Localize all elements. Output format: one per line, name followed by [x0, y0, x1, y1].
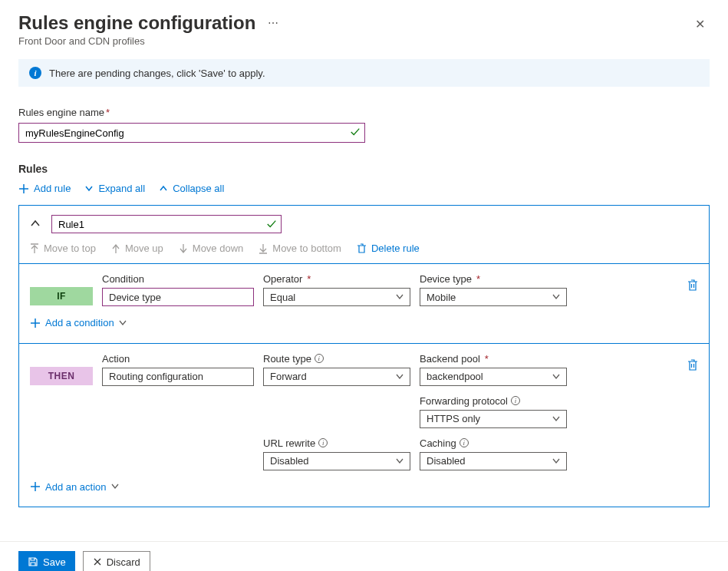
operator-select[interactable]: Equal: [263, 288, 410, 306]
forwarding-protocol-label: Forwarding protocol i: [420, 395, 567, 407]
chevron-down-icon: [84, 184, 94, 193]
arrow-bottom-icon: [259, 243, 268, 254]
more-icon[interactable]: ⋯: [268, 17, 278, 29]
if-block: IF Condition Device type Operator* Equal…: [19, 263, 709, 343]
info-tooltip-icon[interactable]: i: [315, 354, 324, 363]
action-field[interactable]: Routing configuration: [102, 368, 254, 386]
plus-icon: [18, 183, 29, 194]
move-up-button: Move up: [111, 243, 163, 254]
add-rule-button[interactable]: Add rule: [18, 183, 71, 194]
move-down-button: Move down: [179, 243, 243, 254]
device-type-label: Device type*: [420, 273, 567, 285]
discard-button[interactable]: Discard: [83, 551, 150, 571]
operator-label: Operator*: [263, 273, 410, 285]
discard-icon: [93, 557, 102, 566]
chevron-down-icon: [552, 293, 560, 301]
condition-label: Condition: [102, 273, 254, 285]
info-bar: i There are pending changes, click 'Save…: [18, 59, 710, 87]
valid-check-icon: [266, 219, 277, 232]
info-text: There are pending changes, click 'Save' …: [49, 68, 265, 79]
expand-all-button[interactable]: Expand all: [84, 183, 145, 194]
close-button[interactable]: ✕: [690, 12, 710, 36]
add-condition-button[interactable]: Add a condition: [30, 317, 127, 328]
page-subtitle: Front Door and CDN profiles: [18, 35, 278, 47]
caching-select[interactable]: Disabled: [420, 452, 567, 470]
rule-name-input[interactable]: [51, 215, 282, 233]
info-icon: i: [29, 67, 41, 79]
rules-engine-name-input[interactable]: [18, 123, 365, 143]
chevron-down-icon: [396, 373, 404, 381]
info-tooltip-icon[interactable]: i: [460, 438, 469, 447]
info-tooltip-icon[interactable]: i: [318, 438, 328, 447]
route-type-select[interactable]: Forward: [263, 368, 410, 386]
delete-action-button[interactable]: [687, 359, 698, 374]
move-to-bottom-button: Move to bottom: [259, 243, 341, 254]
arrow-down-icon: [179, 243, 188, 254]
forwarding-protocol-select[interactable]: HTTPS only: [420, 410, 567, 428]
delete-condition-button[interactable]: [687, 279, 698, 294]
trash-icon: [687, 359, 698, 371]
valid-check-icon: [350, 127, 361, 140]
then-block: THEN Action Routing configuration Route …: [19, 343, 709, 507]
caching-label: Caching i: [420, 437, 567, 449]
action-label: Action: [102, 353, 254, 365]
name-label: Rules engine name*: [18, 107, 710, 118]
chevron-down-icon: [552, 457, 560, 465]
plus-icon: [30, 318, 41, 328]
chevron-down-icon: [552, 415, 560, 423]
chevron-up-icon: [30, 218, 41, 229]
chevron-up-icon: [159, 184, 168, 193]
rules-heading: Rules: [18, 163, 710, 175]
move-to-top-button: Move to top: [30, 243, 96, 254]
plus-icon: [30, 481, 41, 492]
save-icon: [28, 556, 38, 567]
chevron-down-icon: [396, 293, 404, 301]
add-action-button[interactable]: Add an action: [30, 481, 119, 493]
url-rewrite-select[interactable]: Disabled: [263, 452, 410, 470]
url-rewrite-label: URL rewrite i: [263, 437, 410, 449]
backend-pool-label: Backend pool*: [420, 353, 567, 365]
rule-container: Move to top Move up Move down Move to bo…: [18, 205, 710, 507]
trash-icon: [687, 279, 698, 292]
trash-icon: [357, 243, 367, 254]
chevron-down-icon: [396, 457, 404, 465]
delete-rule-button[interactable]: Delete rule: [357, 243, 420, 254]
backend-pool-select[interactable]: backendpool: [420, 368, 567, 386]
arrow-up-icon: [111, 243, 120, 254]
page-title: Rules engine configuration: [18, 12, 255, 34]
condition-field[interactable]: Device type: [102, 288, 254, 306]
chevron-down-icon: [119, 319, 127, 327]
chevron-down-icon: [552, 373, 560, 381]
chevron-down-icon: [111, 483, 119, 490]
collapse-all-button[interactable]: Collapse all: [159, 183, 224, 194]
route-type-label: Route type i: [263, 353, 410, 365]
then-badge: THEN: [30, 367, 93, 385]
arrow-top-icon: [30, 243, 39, 254]
device-type-select[interactable]: Mobile: [420, 288, 567, 306]
info-tooltip-icon[interactable]: i: [511, 396, 520, 405]
save-button[interactable]: Save: [18, 551, 75, 571]
collapse-rule-toggle[interactable]: [30, 218, 41, 231]
if-badge: IF: [30, 287, 93, 305]
